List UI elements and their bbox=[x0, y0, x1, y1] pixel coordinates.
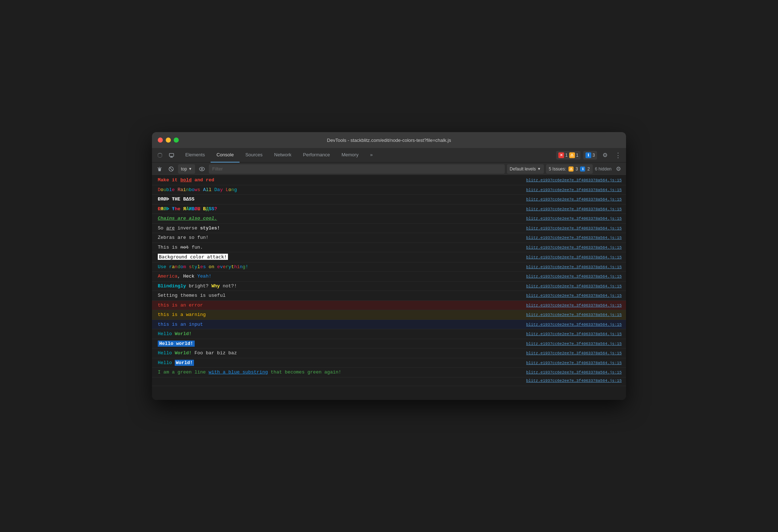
log-row-input: this is an input blitz.e1937cc6e2ee7e…3f… bbox=[152, 320, 626, 330]
svg-point-6 bbox=[201, 168, 203, 170]
tab-more[interactable]: » bbox=[364, 148, 379, 162]
info-badge-group[interactable]: ℹ 3 bbox=[583, 151, 597, 160]
log-source[interactable]: blitz.e1937cc6e2ee7e…3f4063378a564.js:15 bbox=[526, 379, 622, 383]
log-source[interactable]: blitz.e1937cc6e2ee7e…3f4063378a564.js:15 bbox=[526, 332, 622, 336]
warn-icon: ⚠ bbox=[569, 152, 575, 158]
log-source[interactable]: blitz.e1937cc6e2ee7e…3f4063378a564.js:15 bbox=[526, 361, 622, 365]
levels-dropdown-icon: ▼ bbox=[537, 167, 541, 171]
warn-count: 1 bbox=[576, 153, 579, 158]
block-icon[interactable] bbox=[166, 164, 176, 174]
tab-elements[interactable]: Elements bbox=[179, 148, 211, 162]
issues-info-count: 2 bbox=[587, 166, 590, 172]
log-source[interactable]: blitz.e1937cc6e2ee7e…3f4063378a564.js:15 bbox=[526, 207, 622, 211]
levels-label: Default levels bbox=[510, 166, 536, 172]
log-row: Hello World! Foo bar biz baz blitz.e1937… bbox=[152, 349, 626, 358]
log-message: Hello World! Foo bar biz baz bbox=[158, 350, 519, 357]
inspect-icon[interactable] bbox=[155, 150, 165, 160]
error-badge-group[interactable]: ✕ 1 ⚠ 1 bbox=[556, 151, 580, 160]
log-source[interactable]: blitz.e1937cc6e2ee7e…3f4063378a564.js:15 bbox=[526, 178, 622, 182]
settings-icon[interactable]: ⚙ bbox=[600, 150, 610, 160]
issues-warn-count: 3 bbox=[576, 166, 578, 172]
log-row: America, Heck Yeah! blitz.e1937cc6e2ee7e… bbox=[152, 272, 626, 282]
log-message: Setting themes is useful bbox=[158, 292, 519, 299]
tabs: Elements Console Sources Network Perform… bbox=[179, 148, 556, 162]
tab-network[interactable]: Network bbox=[269, 148, 297, 162]
log-row: ÐЯØÞ ŦΗЕ BΔSS blitz.e1937cc6e2ee7e…3f406… bbox=[152, 195, 626, 204]
log-row: Blindingly bright? Why not?! blitz.e1937… bbox=[152, 282, 626, 291]
window-title: DevTools - stackblitz.com/edit/node-colo… bbox=[327, 138, 451, 143]
issues-button[interactable]: 5 Issues: ⚠ 3 ℹ 2 bbox=[546, 164, 593, 174]
warn-badge: ⚠ 1 bbox=[569, 152, 579, 158]
log-source[interactable]: blitz.e1937cc6e2ee7e…3f4063378a564.js:15 bbox=[526, 342, 622, 346]
log-message: Make it bold and red bbox=[158, 177, 519, 184]
svg-point-5 bbox=[199, 167, 204, 171]
log-message: This is not fun. bbox=[158, 244, 519, 251]
error-icon: ✕ bbox=[558, 152, 564, 158]
log-source[interactable]: blitz.e1937cc6e2ee7e…3f4063378a564.js:15 bbox=[526, 265, 622, 269]
log-source[interactable]: blitz.e1937cc6e2ee7e…3f4063378a564.js:15 bbox=[526, 294, 622, 298]
log-row: Zebras are so fun! blitz.e1937cc6e2ee7e…… bbox=[152, 233, 626, 243]
log-levels-button[interactable]: Default levels ▼ bbox=[507, 164, 544, 174]
log-source[interactable]: blitz.e1937cc6e2ee7e…3f4063378a564.js:15 bbox=[526, 245, 622, 250]
log-message: this is a warning bbox=[158, 311, 519, 318]
filter-input[interactable] bbox=[209, 164, 505, 174]
log-source[interactable]: blitz.e1937cc6e2ee7e…3f4063378a564.js:15 bbox=[526, 370, 622, 375]
log-row: Hello World! blitz.e1937cc6e2ee7e…3f4063… bbox=[152, 358, 626, 368]
log-source[interactable]: blitz.e1937cc6e2ee7e…3f4063378a564.js:15 bbox=[526, 236, 622, 240]
top-label: top bbox=[181, 166, 187, 172]
log-message: Chains are also cool. bbox=[158, 215, 519, 222]
svg-rect-1 bbox=[170, 157, 173, 157]
log-row: Make it bold and red blitz.e1937cc6e2ee7… bbox=[152, 176, 626, 185]
issues-info-icon: ℹ bbox=[580, 166, 585, 172]
tab-console[interactable]: Console bbox=[211, 148, 240, 162]
log-source[interactable]: blitz.e1937cc6e2ee7e…3f4063378a564.js:15 bbox=[526, 303, 622, 308]
issues-label: 5 Issues: bbox=[549, 166, 566, 172]
log-row: So are inverse styles! blitz.e1937cc6e2e… bbox=[152, 224, 626, 233]
log-row: Background color attack! blitz.e1937cc6e… bbox=[152, 252, 626, 262]
clear-console-icon[interactable] bbox=[155, 164, 164, 174]
log-message: Use random styles on everything! bbox=[158, 263, 519, 271]
tab-performance[interactable]: Performance bbox=[297, 148, 335, 162]
hidden-count: 6 hidden bbox=[595, 166, 612, 172]
tab-sources[interactable]: Sources bbox=[240, 148, 269, 162]
tab-right-controls: ✕ 1 ⚠ 1 ℹ 3 ⚙ ⋮ bbox=[556, 150, 623, 160]
log-row: Use random styles on everything! blitz.e… bbox=[152, 262, 626, 272]
log-row-error: this is an error blitz.e1937cc6e2ee7e…3f… bbox=[152, 301, 626, 311]
title-bar: DevTools - stackblitz.com/edit/node-colo… bbox=[152, 132, 626, 148]
svg-line-4 bbox=[170, 167, 173, 170]
log-message: this is an input bbox=[158, 321, 519, 328]
device-icon[interactable] bbox=[166, 150, 177, 160]
log-row: Hello World! blitz.e1937cc6e2ee7e…3f4063… bbox=[152, 329, 626, 339]
more-icon[interactable]: ⋮ bbox=[613, 150, 623, 160]
tab-icons bbox=[155, 150, 177, 160]
tab-memory[interactable]: Memory bbox=[336, 148, 364, 162]
log-row: ÐЯØÞ Ŧhе ЯÄИBØШ BДSS? blitz.e1937cc6e2ee… bbox=[152, 204, 626, 214]
log-source[interactable]: blitz.e1937cc6e2ee7e…3f4063378a564.js:15 bbox=[526, 351, 622, 355]
close-button[interactable] bbox=[158, 138, 163, 143]
log-message: Hello world! bbox=[158, 340, 519, 347]
error-badge: ✕ 1 bbox=[558, 152, 568, 158]
log-row: I am a green line with a blue substring … bbox=[152, 368, 626, 377]
log-row: This is not fun. blitz.e1937cc6e2ee7e…3f… bbox=[152, 243, 626, 253]
log-message: ÐЯØÞ Ŧhе ЯÄИBØШ BДSS? bbox=[158, 206, 519, 213]
info-count: 3 bbox=[592, 153, 595, 158]
log-source[interactable]: blitz.e1937cc6e2ee7e…3f4063378a564.js:15 bbox=[526, 284, 622, 288]
log-source[interactable]: blitz.e1937cc6e2ee7e…3f4063378a564.js:15 bbox=[526, 226, 622, 231]
maximize-button[interactable] bbox=[174, 138, 179, 143]
context-selector[interactable]: top ▼ bbox=[178, 164, 195, 174]
log-source[interactable]: blitz.e1937cc6e2ee7e…3f4063378a564.js:15 bbox=[526, 197, 622, 202]
minimize-button[interactable] bbox=[166, 138, 171, 143]
eye-icon[interactable] bbox=[197, 164, 207, 174]
log-source[interactable]: blitz.e1937cc6e2ee7e…3f4063378a564.js:15 bbox=[526, 274, 622, 279]
log-row: Setting themes is useful blitz.e1937cc6e… bbox=[152, 291, 626, 301]
log-source[interactable]: blitz.e1937cc6e2ee7e…3f4063378a564.js:15 bbox=[526, 216, 622, 221]
log-message: Double Rainbows All Day Long bbox=[158, 186, 519, 194]
log-message: So are inverse styles! bbox=[158, 225, 519, 232]
console-settings-icon[interactable]: ⚙ bbox=[614, 164, 623, 174]
log-source[interactable]: blitz.e1937cc6e2ee7e…3f4063378a564.js:15 bbox=[526, 313, 622, 317]
console-output[interactable]: Make it bold and red blitz.e1937cc6e2ee7… bbox=[152, 176, 626, 400]
log-source[interactable]: blitz.e1937cc6e2ee7e…3f4063378a564.js:15 bbox=[526, 188, 622, 192]
error-count: 1 bbox=[565, 153, 568, 158]
log-source[interactable]: blitz.e1937cc6e2ee7e…3f4063378a564.js:15 bbox=[526, 322, 622, 327]
log-source[interactable]: blitz.e1937cc6e2ee7e…3f4063378a564.js:15 bbox=[526, 255, 622, 259]
